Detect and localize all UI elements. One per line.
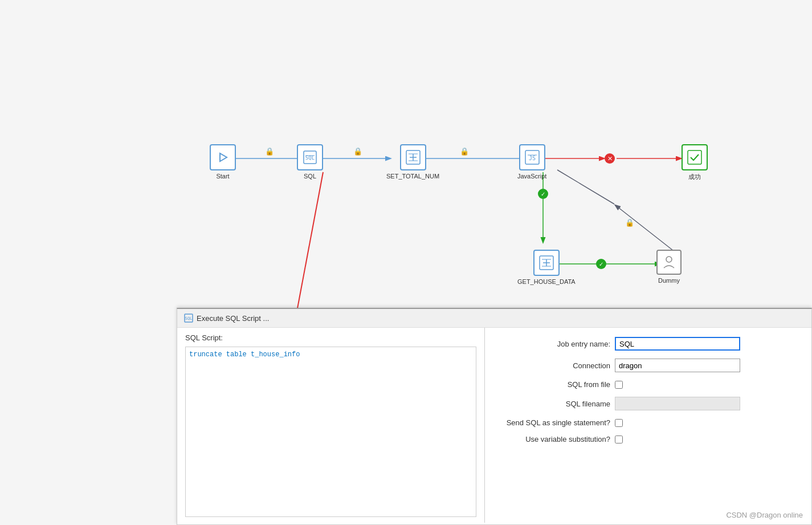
send-sql-row: Send SQL as single statement? <box>496 418 800 427</box>
svg-text:🔒: 🔒 <box>353 146 363 156</box>
node-get-house-data[interactable]: GET_HOUSE_DATA <box>517 250 576 285</box>
svg-text:JS: JS <box>529 155 536 161</box>
use-variable-label: Use variable substitution? <box>496 435 610 443</box>
job-entry-name-row: Job entry name: <box>496 337 800 351</box>
bottom-panel: SQL Execute SQL Script ... SQL Script: t… <box>177 308 812 525</box>
node-get-house-data-label: GET_HOUSE_DATA <box>517 278 576 285</box>
javascript-icon: JS <box>524 149 540 165</box>
node-set-total-num[interactable]: SET_TOTAL_NUM <box>386 144 439 180</box>
send-sql-checkbox[interactable] <box>615 419 623 427</box>
sql-from-file-row: SQL from file <box>496 380 800 389</box>
svg-point-14 <box>538 189 548 199</box>
send-sql-label: Send SQL as single statement? <box>496 418 610 427</box>
svg-line-7 <box>615 205 674 251</box>
sql-script-label: SQL Script: <box>185 333 476 342</box>
svg-text:🔒: 🔒 <box>460 146 470 156</box>
sql-editor[interactable]: truncate table t_house_info <box>185 347 476 517</box>
node-dummy[interactable]: Dummy <box>656 250 682 284</box>
sql-filename-input[interactable] <box>615 397 740 410</box>
form-area: Job entry name: Connection SQL from file… <box>485 328 811 523</box>
node-success[interactable]: 成功 <box>682 144 708 181</box>
dummy-icon <box>661 254 677 270</box>
node-start[interactable]: Start <box>210 144 236 180</box>
sql-from-file-checkbox[interactable] <box>615 381 623 389</box>
get-house-data-icon <box>538 255 554 271</box>
flow-canvas: 🔒 🔒 🔒 ✕ ✓ ✓ 🔒 Start <box>0 0 812 308</box>
svg-line-8 <box>557 170 614 204</box>
svg-marker-20 <box>220 153 227 161</box>
use-variable-row: Use variable substitution? <box>496 435 800 443</box>
svg-text:✕: ✕ <box>607 155 613 162</box>
svg-text:SQL: SQL <box>185 316 193 321</box>
svg-line-19 <box>271 172 323 308</box>
svg-point-16 <box>596 259 606 269</box>
svg-point-12 <box>605 153 615 164</box>
node-javascript-label: JavaScript <box>517 173 546 180</box>
watermark: CSDN @Dragon online <box>726 511 803 519</box>
svg-text:🔒: 🔒 <box>625 218 635 227</box>
connection-row: Connection <box>496 359 800 372</box>
transform-icon <box>405 149 421 165</box>
panel-body: SQL Script: truncate table t_house_info … <box>177 328 811 523</box>
svg-text:🔒: 🔒 <box>265 146 275 156</box>
sql-from-file-label: SQL from file <box>496 380 610 389</box>
connection-input[interactable] <box>615 359 740 372</box>
node-set-total-num-label: SET_TOTAL_NUM <box>386 173 439 180</box>
panel-header-title: Execute SQL Script ... <box>197 314 269 323</box>
node-success-label: 成功 <box>688 173 701 181</box>
svg-rect-32 <box>688 150 701 164</box>
svg-text:✓: ✓ <box>541 191 545 197</box>
sql-filename-row: SQL filename <box>496 397 800 410</box>
panel-header: SQL Execute SQL Script ... <box>177 309 811 328</box>
sql-filename-label: SQL filename <box>496 400 610 408</box>
panel-header-icon: SQL <box>184 314 193 323</box>
svg-point-38 <box>666 257 672 262</box>
node-start-label: Start <box>216 173 229 180</box>
node-dummy-label: Dummy <box>658 277 680 284</box>
node-sql[interactable]: SQL SQL <box>297 144 323 180</box>
job-entry-name-input[interactable] <box>615 337 740 351</box>
node-javascript[interactable]: JS JavaScript <box>517 144 546 180</box>
connection-label: Connection <box>496 361 610 370</box>
sql-icon: SQL <box>302 149 318 165</box>
sql-script-area: SQL Script: truncate table t_house_info <box>177 328 485 523</box>
sql-content: truncate table t_house_info <box>189 351 300 359</box>
job-entry-name-label: Job entry name: <box>496 340 610 348</box>
start-icon <box>216 150 230 164</box>
svg-text:✓: ✓ <box>599 261 603 267</box>
node-sql-label: SQL <box>304 173 316 180</box>
use-variable-checkbox[interactable] <box>615 436 623 443</box>
success-icon <box>687 149 703 165</box>
